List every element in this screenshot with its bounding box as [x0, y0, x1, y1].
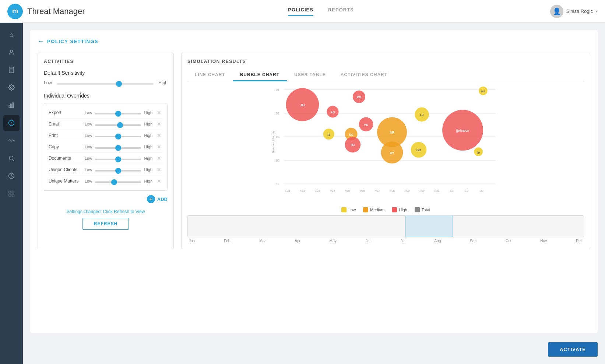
- svg-text:8/1: 8/1: [450, 189, 454, 192]
- override-slider-3[interactable]: [95, 144, 141, 150]
- timeline-scrubber[interactable]: [187, 215, 584, 237]
- default-sensitivity-slider[interactable]: [57, 79, 154, 86]
- svg-rect-18: [12, 194, 14, 196]
- user-area: 👤 Sinisa Rogic ▾: [531, 5, 598, 18]
- svg-text:IJ: IJ: [327, 133, 330, 137]
- bubble-chart-svg: 25 20 15 10 5 Number of People: [187, 85, 584, 203]
- tab-bubble-chart[interactable]: BUBBLE CHART: [233, 69, 287, 81]
- tab-activities-chart[interactable]: ACTIVITIES CHART: [333, 69, 395, 81]
- svg-text:UY: UY: [390, 151, 394, 155]
- sidebar-item-settings[interactable]: [3, 79, 20, 96]
- svg-text:8/2: 8/2: [465, 189, 468, 192]
- high-label: High: [156, 80, 168, 85]
- legend-total: Total: [415, 207, 430, 212]
- override-name-2: Print: [49, 133, 82, 138]
- svg-text:7/22: 7/22: [300, 189, 305, 192]
- override-low-0: Low: [85, 110, 92, 115]
- remove-override-2[interactable]: ✕: [155, 132, 163, 138]
- low-label: Low: [44, 80, 54, 85]
- remove-override-4[interactable]: ✕: [155, 155, 163, 161]
- tab-line-chart[interactable]: LINE CHART: [187, 69, 233, 81]
- override-low-1: Low: [85, 122, 92, 126]
- sidebar-item-document[interactable]: [3, 62, 20, 78]
- svg-text:7/26: 7/26: [359, 189, 365, 192]
- override-name-0: Export: [49, 110, 82, 115]
- month-mar: Mar: [259, 239, 265, 243]
- legend-low: Low: [341, 207, 356, 212]
- override-name-3: Copy: [49, 144, 82, 149]
- app-title: Threat Manager: [27, 7, 85, 16]
- main-layout: ⌂ ←: [0, 23, 605, 364]
- chart-tabs: LINE CHART BUBBLE CHART USER TABLE ACTIV…: [187, 69, 584, 81]
- add-button[interactable]: + ADD: [44, 195, 168, 203]
- sidebar-item-clock[interactable]: [3, 168, 20, 184]
- legend-medium: Medium: [363, 207, 384, 212]
- override-slider-6[interactable]: [95, 178, 141, 184]
- tab-user-table[interactable]: USER TABLE: [287, 69, 333, 81]
- legend-low-label: Low: [348, 208, 356, 212]
- override-high-4: High: [144, 156, 152, 160]
- nav-tabs: POLICIES REPORTS: [110, 7, 531, 16]
- svg-text:MJ: MJ: [481, 90, 485, 93]
- override-name-6: Unique Matters: [49, 179, 82, 184]
- sidebar-item-search[interactable]: [3, 150, 20, 166]
- svg-text:VD: VD: [364, 123, 368, 127]
- svg-rect-7: [11, 104, 12, 108]
- month-may: May: [330, 239, 337, 243]
- override-slider-1[interactable]: [95, 121, 141, 127]
- svg-text:7/27: 7/27: [374, 189, 380, 192]
- simulation-panel: SIMULATION RESULTS LINE CHART BUBBLE CHA…: [181, 53, 590, 249]
- remove-override-0[interactable]: ✕: [155, 110, 163, 116]
- override-high-1: High: [144, 122, 152, 126]
- back-arrow[interactable]: ←: [38, 38, 44, 45]
- activities-panel: ACTIVITIES Default Sensitivity Low High …: [38, 53, 174, 249]
- override-slider-4[interactable]: [95, 155, 141, 162]
- remove-override-5[interactable]: ✕: [155, 167, 163, 173]
- override-low-2: Low: [85, 133, 92, 138]
- svg-text:jjohnson: jjohnson: [456, 129, 469, 132]
- override-high-3: High: [144, 145, 152, 149]
- add-icon: +: [147, 195, 155, 203]
- refresh-button[interactable]: REFRESH: [82, 218, 129, 230]
- override-slider-5[interactable]: [95, 166, 141, 173]
- svg-text:8/3: 8/3: [480, 189, 483, 192]
- sidebar-item-user[interactable]: [3, 44, 20, 60]
- override-high-5: High: [144, 167, 152, 172]
- sidebar-item-analytics[interactable]: [3, 97, 20, 113]
- legend-medium-dot: [363, 207, 368, 212]
- override-row: Documents Low High ✕: [49, 153, 163, 164]
- svg-text:HJ: HJ: [351, 143, 355, 147]
- override-name-4: Documents: [49, 156, 82, 161]
- override-row: Export Low High ✕: [49, 107, 163, 119]
- chart-legend: Low Medium High Total: [187, 207, 584, 212]
- legend-high: High: [392, 207, 407, 212]
- individual-overrides-label: Individual Overrides: [44, 93, 168, 99]
- remove-override-1[interactable]: ✕: [155, 121, 163, 127]
- month-feb: Feb: [224, 239, 230, 243]
- legend-low-dot: [341, 207, 347, 212]
- override-slider-0[interactable]: [95, 109, 141, 116]
- override-slider-2[interactable]: [95, 132, 141, 139]
- tab-policies[interactable]: POLICIES: [288, 7, 313, 16]
- remove-override-6[interactable]: ✕: [155, 178, 163, 184]
- svg-rect-8: [12, 103, 13, 108]
- activate-button[interactable]: ACTIVATE: [548, 342, 598, 357]
- override-row: Unique Clients Low High ✕: [49, 164, 163, 176]
- sidebar-item-grid[interactable]: [3, 185, 20, 202]
- svg-text:25: 25: [275, 88, 279, 92]
- activities-panel-title: ACTIVITIES: [44, 59, 168, 64]
- override-name-1: Email: [49, 121, 82, 127]
- add-label: ADD: [157, 197, 168, 202]
- tab-reports[interactable]: REPORTS: [328, 7, 354, 16]
- remove-override-3[interactable]: ✕: [155, 144, 163, 150]
- sidebar-item-home[interactable]: ⌂: [3, 26, 20, 43]
- svg-text:7/21: 7/21: [285, 189, 291, 192]
- sidebar-item-wave[interactable]: [3, 132, 20, 149]
- month-sep: Sep: [470, 239, 476, 243]
- month-jun: Jun: [366, 239, 372, 243]
- legend-total-dot: [415, 207, 420, 212]
- sidebar-item-alert[interactable]: [3, 115, 20, 131]
- overrides-box: Export Low High ✕ Email Low High ✕ Print…: [44, 103, 168, 191]
- chevron-down-icon[interactable]: ▾: [596, 9, 598, 13]
- svg-text:10: 10: [275, 159, 279, 162]
